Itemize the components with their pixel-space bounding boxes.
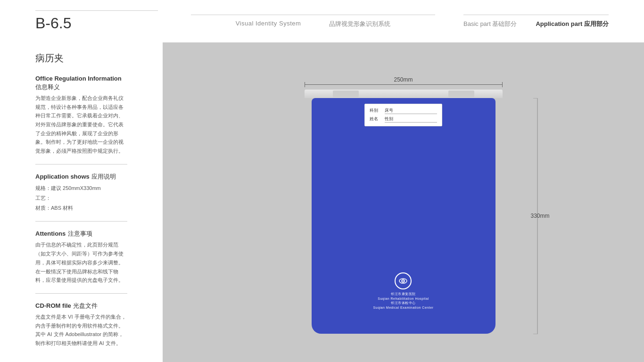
- logo-line-1: 邻汪市康复医院: [373, 292, 434, 296]
- folder-top-bar: [305, 90, 503, 98]
- section-app-list: 规格：建议 250mmX330mm 工艺： 材质：ABS 材料: [35, 183, 127, 213]
- folder-illustration: 250mm 科别 床号 姓名: [305, 90, 503, 334]
- divider-1: [35, 164, 127, 165]
- right-border-bottom: [533, 334, 538, 334]
- width-dimension-line: [305, 84, 503, 85]
- logo-icon: [398, 276, 408, 286]
- label-val-chuanghao: 床号: [385, 107, 437, 114]
- logo-area: 邻汪市康复医院 Suqian Rehabilitation Hospital 邻…: [373, 272, 434, 310]
- label-key-xingming: 姓名: [370, 116, 383, 123]
- nav-application[interactable]: Application part 应用部分: [536, 20, 609, 28]
- label-key-kebiei: 科别: [370, 107, 383, 114]
- section-att-title-zh: 注意事项: [68, 230, 92, 237]
- vis-title-en: Visual Identity System: [236, 20, 301, 28]
- right-panel: 250mm 科别 床号 姓名: [163, 42, 644, 362]
- nav-basic[interactable]: Basic part 基础部分: [463, 20, 517, 28]
- section-info-title-en: Office Regulation Information: [35, 75, 122, 82]
- section-info-title-zh: 信息释义: [35, 83, 60, 90]
- logo-text-block: 邻汪市康复医院 Suqian Rehabilitation Hospital 邻…: [373, 292, 434, 310]
- clip-left: [333, 90, 359, 97]
- panel-title: 病历夹: [35, 52, 127, 65]
- width-label: 250mm: [305, 76, 503, 85]
- divider-3: [35, 293, 127, 294]
- section-info-desc: 为塑造企业新形象，配合企业商务礼仪规范，特设计各种事务用品，以适应各种日常工作需…: [35, 94, 127, 156]
- width-dimension-text: 250mm: [394, 76, 413, 83]
- section-cd-desc: 光盘文件是本 VI 手册电子文件的集合，内含手册制作时的专用软件格式文件。其中 …: [35, 313, 127, 348]
- label-window: 科别 床号 姓名 性别: [364, 104, 442, 126]
- label-row-1: 科别 床号: [370, 107, 437, 114]
- label-val-xingbie: 性别: [385, 116, 437, 123]
- section-info: Office Regulation Information 信息释义 为塑造企业…: [35, 74, 127, 156]
- page-code: B-6.5: [35, 10, 158, 32]
- section-cd-title-en: CD-ROM file: [35, 302, 71, 309]
- logo-line-3: 邻汪市体检中心: [373, 301, 434, 305]
- logo-line-4: Suqian Medical Examination Center: [373, 305, 434, 310]
- logo-circle: [395, 272, 412, 289]
- svg-point-2: [403, 280, 404, 281]
- logo-line-2: Suqian Rehabilitation Hospital: [373, 296, 434, 301]
- section-cd-title-zh: 光盘文件: [73, 302, 98, 309]
- label-row-2: 姓名 性别: [370, 116, 437, 123]
- section-cd: CD-ROM file 光盘文件 光盘文件是本 VI 手册电子文件的集合，内含手…: [35, 301, 127, 348]
- folder-body: 科别 床号 姓名 性别: [312, 98, 495, 334]
- section-att-desc: 由于信息的不确定性，此页部分规范（如文字大小、间距等）可作为参考使用，具体可根据…: [35, 240, 127, 284]
- height-dimension-text: 330mm: [530, 213, 549, 219]
- clip-right: [448, 90, 474, 97]
- divider-2: [35, 221, 127, 222]
- header-center: Visual Identity System 品牌视觉形象识别系统: [191, 15, 435, 28]
- header-right: Basic part 基础部分 Application part 应用部分: [463, 15, 609, 28]
- section-app-title-en: Application shows: [35, 173, 90, 180]
- section-app-title-zh: 应用说明: [91, 173, 116, 180]
- header: B-6.5 Visual Identity System 品牌视觉形象识别系统 …: [0, 0, 644, 42]
- vis-title-zh: 品牌视觉形象识别系统: [329, 20, 390, 28]
- height-label: 330mm: [530, 98, 549, 334]
- section-att-title-en: Attentions: [35, 230, 66, 237]
- section-app: Application shows 应用说明 规格：建议 250mmX330mm…: [35, 172, 127, 213]
- section-att: Attentions 注意事项 由于信息的不确定性，此页部分规范（如文字大小、间…: [35, 229, 127, 284]
- header-left: B-6.5: [35, 10, 191, 32]
- left-panel: 病历夹 Office Regulation Information 信息释义 为…: [0, 42, 163, 362]
- main-layout: 病历夹 Office Regulation Information 信息释义 为…: [0, 42, 644, 362]
